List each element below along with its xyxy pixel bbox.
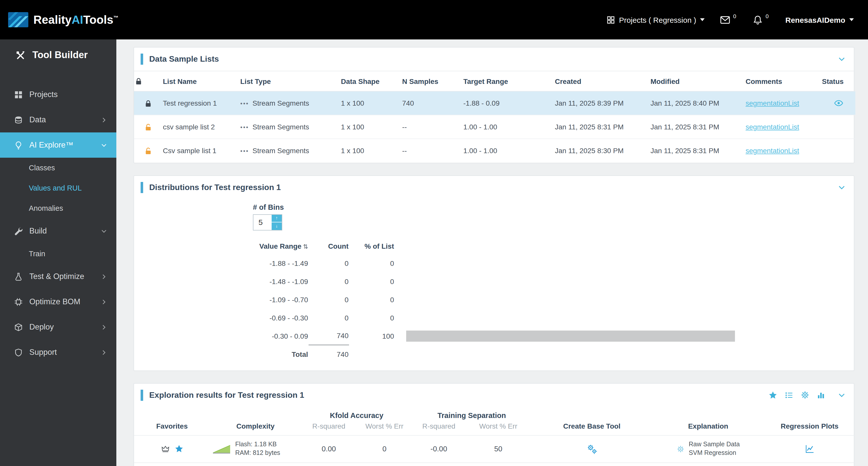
sidebar-subitem-classes[interactable]: Classes — [0, 158, 116, 178]
regression-plot-icon[interactable] — [805, 444, 814, 453]
col-count: Count — [309, 238, 349, 254]
sidebar-title: Tool Builder — [0, 39, 116, 71]
comments-link[interactable]: segmentationList — [746, 99, 799, 107]
list-view-icon[interactable] — [785, 391, 793, 399]
sidebar-subitem-anomalies[interactable]: Anomalies — [0, 198, 116, 218]
col-target-range: Target Range — [463, 71, 554, 91]
favorites-filter-icon[interactable] — [768, 391, 777, 400]
cell-comments: segmentationList — [745, 139, 822, 163]
cell-data-shape: 1 x 100 — [340, 139, 402, 163]
accent-bar — [141, 390, 143, 401]
panel-title: Data Sample Lists — [149, 55, 219, 64]
star-icon[interactable] — [174, 444, 183, 453]
cell-status — [822, 91, 855, 115]
segments-icon: ••• — [240, 124, 249, 131]
sidebar-item-data[interactable]: Data — [0, 107, 116, 132]
data-sample-lists-panel: Data Sample Lists List Name List Type Da… — [133, 47, 854, 163]
cell-list-type: •••Stream Segments — [240, 91, 340, 115]
sidebar-item-ai-explore[interactable]: AI Explore™ — [0, 132, 116, 158]
sidebar-subitem-label: Anomalies — [29, 204, 63, 212]
comments-link[interactable]: segmentationList — [746, 147, 799, 155]
notifications-button[interactable]: 0 — [753, 14, 770, 25]
cell-n-samples: -- — [402, 115, 463, 139]
bins-input[interactable] — [253, 214, 272, 230]
sidebar-subitem-label: Values and RUL — [29, 184, 82, 192]
col-list-name: List Name — [162, 71, 240, 91]
cell-lock — [134, 91, 162, 115]
table-row[interactable]: csv sample list 2 •••Stream Segments 1 x… — [134, 115, 855, 139]
bins-decrement-button[interactable]: ↓ — [272, 222, 282, 230]
collapse-chevron-icon[interactable] — [838, 55, 846, 63]
chevron-down-icon — [700, 18, 705, 21]
chevron-right-icon — [101, 273, 107, 280]
cell-count: 740 — [309, 327, 349, 345]
settings-gear-icon[interactable] — [801, 391, 809, 399]
wrench-icon — [14, 227, 23, 235]
list-type-label: Stream Segments — [252, 99, 309, 107]
collapse-chevron-icon[interactable] — [838, 391, 846, 399]
distribution-header-row: Value Range⇅ Count % of List — [253, 238, 739, 254]
chart-view-icon[interactable] — [817, 391, 825, 399]
sidebar-subitem-values-and-rul[interactable]: Values and RUL — [0, 178, 116, 198]
sidebar-subitem-train[interactable]: Train — [0, 244, 116, 264]
exploration-results-panel: Exploration results for Test regression … — [133, 383, 854, 466]
cell-created: Jan 11, 2025 8:39 PM — [554, 91, 650, 115]
sidebar-item-build[interactable]: Build — [0, 218, 116, 244]
group-kfold-accuracy: Kfold Accuracy — [301, 407, 412, 420]
chevron-right-icon — [101, 324, 107, 330]
distribution-row: -1.09 - -0.70 0 0 — [253, 290, 739, 308]
cell-range: -1.09 - -0.70 — [253, 290, 309, 308]
sidebar-item-label: Build — [29, 226, 47, 236]
cell-complexity: Flash: 1.18 KB RAM: 812 bytes — [210, 435, 301, 462]
sidebar-item-support[interactable]: Support — [0, 340, 116, 365]
crown-icon[interactable] — [161, 445, 170, 453]
cell-range: -0.69 - -0.30 — [253, 308, 309, 327]
column-header-row: Favorites Complexity R-squared Worst % E… — [134, 420, 855, 435]
sidebar-item-projects[interactable]: Projects — [0, 82, 116, 107]
complexity-chart-icon — [212, 444, 231, 454]
bins-increment-button[interactable]: ↑ — [272, 214, 282, 222]
logo-text-reality: Reality — [33, 13, 71, 26]
chevron-right-icon — [101, 349, 107, 356]
col-created: Created — [554, 71, 650, 91]
comments-link[interactable]: segmentationList — [746, 123, 799, 131]
collapse-chevron-icon[interactable] — [838, 183, 846, 191]
sidebar-item-test-optimize[interactable]: Test & Optimize — [0, 264, 116, 289]
messages-button[interactable]: 0 — [720, 14, 738, 25]
col-status: Status — [822, 71, 855, 91]
cell-count: 0 — [309, 272, 349, 290]
notifications-badge: 0 — [766, 13, 769, 19]
col-pct: % of List — [349, 238, 395, 254]
sidebar-item-optimize-bom[interactable]: Optimize BOM — [0, 289, 116, 314]
projects-menu[interactable]: Projects ( Regression ) — [607, 15, 705, 24]
sidebar-item-label: Deploy — [29, 323, 54, 332]
cell-n-samples: 740 — [402, 91, 463, 115]
cell-comments: segmentationList — [745, 115, 822, 139]
cell-lock — [134, 139, 162, 163]
cell-created: Jan 11, 2025 8:30 PM — [554, 139, 650, 163]
sidebar-subitem-label: Train — [29, 250, 45, 258]
cell-training-r-squared: -0.00 — [412, 435, 465, 462]
user-menu[interactable]: RenesasAIDemo — [785, 15, 854, 24]
col-kfold-worst-err: Worst % Err — [356, 420, 412, 435]
cell-count: 0 — [309, 290, 349, 308]
col-value-range[interactable]: Value Range⇅ — [253, 238, 309, 254]
database-icon — [14, 115, 23, 124]
cell-kfold-r-squared: 0.00 — [301, 435, 356, 462]
cube-icon — [14, 323, 23, 331]
cell-bar — [395, 308, 739, 327]
sort-icon[interactable]: ⇅ — [303, 243, 308, 250]
distribution-row: -1.48 - -1.09 0 0 — [253, 272, 739, 290]
app-logo[interactable]: RealityAITools™ — [8, 12, 118, 27]
create-base-tool-icon[interactable] — [587, 443, 597, 454]
table-row[interactable]: Csv sample list 1 •••Stream Segments 1 x… — [134, 139, 855, 163]
bell-icon — [753, 14, 763, 25]
table-row[interactable]: Test regression 1 •••Stream Segments 1 x… — [134, 91, 855, 115]
result-row[interactable]: Flash: 1.18 KB RAM: 812 bytes 0.00 0 -0.… — [134, 435, 855, 462]
eye-icon[interactable] — [834, 99, 843, 108]
gear-icon[interactable] — [677, 445, 684, 453]
cell-modified: Jan 11, 2025 8:40 PM — [650, 91, 745, 115]
group-header-row: Kfold Accuracy Training Separation — [134, 407, 855, 420]
cell-range: -1.48 - -1.09 — [253, 272, 309, 290]
sidebar-item-deploy[interactable]: Deploy — [0, 314, 116, 340]
